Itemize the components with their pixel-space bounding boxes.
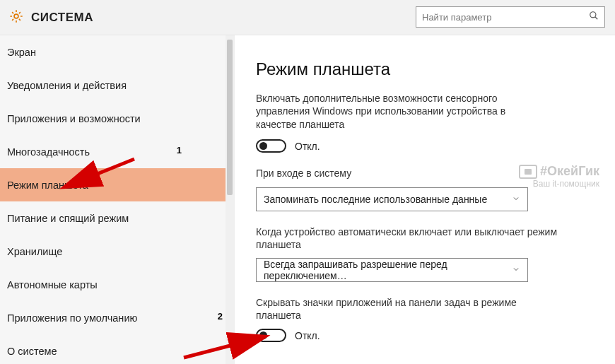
sidebar-item-display[interactable]: Экран [0,35,234,69]
sidebar-item-multitasking[interactable]: Многозадачность 1 [0,135,234,168]
sidebar-item-label: Приложения по умолчанию [7,312,137,324]
sidebar-item-label: Режим планшета [7,180,88,191]
sidebar-item-tablet-mode[interactable]: Режим планшета [0,168,234,201]
search-icon[interactable] [583,11,604,23]
sidebar-scrollbar[interactable] [226,35,234,364]
annotation-badge-2: 2 [218,311,223,322]
tablet-mode-toggle[interactable] [256,139,286,153]
sidebar-item-offline-maps[interactable]: Автономные карты [0,268,234,301]
toggle-knob [259,142,267,150]
sidebar-item-label: Приложения и возможности [7,113,141,124]
chevron-down-icon [512,194,520,205]
scroll-thumb[interactable] [227,40,233,195]
sidebar-item-power-sleep[interactable]: Питание и спящий режим [0,201,234,235]
autoswitch-dropdown[interactable]: Всегда запрашивать разрешение перед пере… [256,258,528,282]
annotation-badge-1: 1 [177,145,182,155]
autoswitch-label: Когда устройство автоматически включает … [256,225,560,251]
search-input[interactable] [416,7,583,27]
dropdown-value: Всегда запрашивать разрешение перед пере… [264,259,512,281]
search-box[interactable] [416,6,605,28]
chevron-down-icon [512,264,520,276]
gear-icon [8,8,24,27]
toggle-state-label: Откл. [295,141,320,152]
content-pane: Режим планшета Включать дополнительные в… [235,35,615,364]
sidebar-item-label: Экран [7,47,36,58]
sidebar-item-label: Питание и спящий режим [7,213,129,224]
svg-point-1 [590,12,596,18]
setting-description: Включать дополнительные возможности сенс… [256,92,525,131]
dropdown-value: Запоминать последние использованные данн… [264,194,487,205]
settings-header: СИСТЕМА [0,0,615,35]
sidebar-item-label: Многозадачность [7,146,90,158]
hide-icons-toggle[interactable] [256,329,286,342]
toggle-state-label: Откл. [295,330,320,341]
sidebar-item-label: Автономные карты [7,279,98,290]
watermark-line2: Ваш it-помощник [519,179,599,189]
sidebar: Экран Уведомления и действия Приложения … [0,35,235,364]
page-title: СИСТЕМА [31,11,93,25]
sidebar-item-notifications[interactable]: Уведомления и действия [0,69,234,102]
svg-line-2 [595,17,598,20]
sidebar-item-storage[interactable]: Хранилище [0,235,234,268]
sidebar-item-label: О системе [7,346,57,357]
svg-point-0 [14,14,18,18]
sidebar-item-default-apps[interactable]: Приложения по умолчанию 2 [0,301,234,334]
hideicons-label: Скрывать значки приложений на панели зад… [256,296,560,322]
sidebar-item-about[interactable]: О системе [0,334,234,364]
content-title: Режим планшета [256,59,594,79]
sidebar-item-label: Хранилище [7,246,62,257]
sidebar-item-label: Уведомления и действия [7,80,127,91]
signin-dropdown[interactable]: Запоминать последние использованные данн… [256,187,528,211]
sidebar-item-apps-features[interactable]: Приложения и возможности [0,102,234,135]
signin-label: При входе в систему [256,167,560,180]
toggle-knob [259,331,267,339]
